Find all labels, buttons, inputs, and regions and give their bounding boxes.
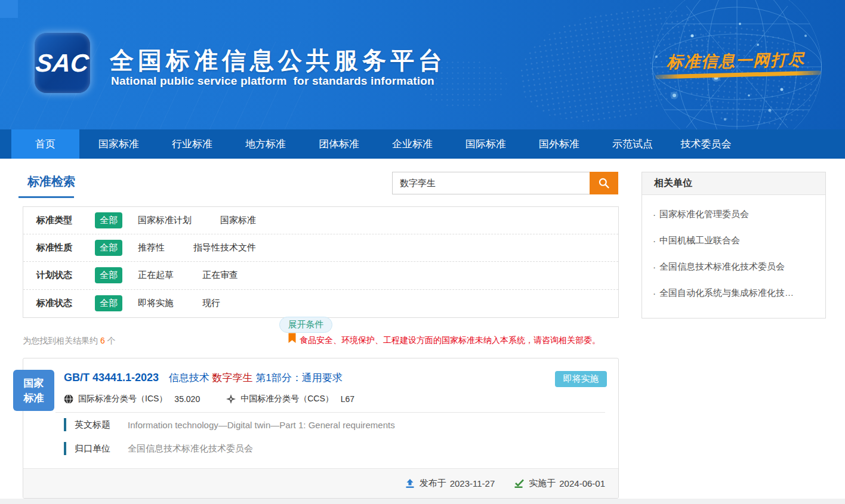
result-count-prefix: 为您找到相关结果约 [23,336,98,345]
english-title-label: 英文标题 [75,419,119,431]
filter-all-button[interactable]: 全部 [95,295,122,311]
bookmark-icon [288,333,296,344]
result-count: 为您找到相关结果约6个 [23,336,116,347]
filter-label: 标准性质 [36,242,95,253]
row-accent-bar [64,442,66,455]
nav-item-foreign-standards[interactable]: 国外标准 [525,129,593,159]
published-date-group: 发布于 2023-11-27 [405,478,495,489]
nav-item-label: 国际标准 [465,137,506,151]
publish-icon [405,479,415,488]
implement-icon [514,479,524,488]
competent-unit-label: 归口单位 [75,443,119,454]
standard-title-highlight: 数字孪生 [212,372,253,384]
related-organizations-panel: 相关单位 国家标准化管理委员会 中国机械工业联合会 全国信息技术标准化技术委员会… [642,172,826,319]
nav-item-local-standards[interactable]: 地方标准 [232,129,300,159]
filter-all-button[interactable]: 全部 [95,212,122,228]
related-org-item[interactable]: 中国机械工业联合会 [653,227,825,253]
status-badge: 即将实施 [555,371,607,387]
filter-option[interactable]: 国家标准 [220,215,256,226]
filter-option[interactable]: 指导性技术文件 [193,242,256,253]
search-icon [598,177,610,189]
nav-item-label: 企业标准 [392,137,433,151]
filter-label: 标准类型 [36,215,95,226]
card-footer: 发布于 2023-11-27 实施于 2024-06-01 [23,468,618,498]
main-navigation: 首页 国家标准 行业标准 地方标准 团体标准 企业标准 国际标准 国外标准 示范… [0,129,845,159]
standard-title-link[interactable]: GB/T 43441.1-2023 信息技术 数字孪生 第1部分：通用要求 [64,371,343,385]
published-date: 2023-11-27 [450,478,495,488]
nav-item-pilot-demo[interactable]: 示范试点 [599,129,667,159]
filter-label: 标准状态 [36,298,95,309]
ccs-value: L67 [341,394,354,404]
english-title-row: 英文标题 Information technology—Digital twin… [64,418,395,431]
tab-standard-search[interactable]: 标准检索 [27,174,75,190]
english-title-value: Information technology—Digital twin—Part… [128,420,395,430]
published-label: 发布于 [420,478,446,489]
nav-item-label: 地方标准 [245,137,286,151]
ics-value: 35.020 [174,394,200,404]
ccs-label: 中国标准分类号（CCS） [240,394,334,404]
result-count-number: 6 [100,336,105,345]
nav-item-national-standards[interactable]: 国家标准 [85,129,153,159]
system-notice: 食品安全、环境保护、工程建设方面的国家标准未纳入本系统，请咨询相关部委。 [288,333,600,346]
nav-item-technical-committee[interactable]: 技术委员会 [672,129,740,159]
nav-item-home[interactable]: 首页 [11,129,79,159]
corner-decoration [0,0,18,18]
header-banner: SAC 全国标准信息公共服务平台 National public service… [0,0,845,129]
badge-line: 国家 [24,376,44,391]
competent-unit-value: 全国信息技术标准化技术委员会 [128,443,253,454]
tab-active-underline [18,196,74,198]
page-bottom-strip [0,499,845,504]
badge-line: 标准 [24,391,44,406]
filter-option[interactable]: 现行 [202,298,220,309]
compass-icon [226,394,236,404]
related-organizations-title: 相关单位 [642,172,825,195]
implemented-label: 实施于 [529,478,556,489]
filter-all-button[interactable]: 全部 [95,240,122,256]
filter-option[interactable]: 国家标准计划 [138,215,192,226]
filter-row-standard-status: 标准状态 全部 即将实施 现行 [23,290,618,317]
nav-item-enterprise-standards[interactable]: 企业标准 [378,129,446,159]
standard-code: GB/T 43441.1-2023 [64,372,159,384]
filter-label: 计划状态 [36,270,95,281]
related-org-item[interactable]: 全国自动化系统与集成标准化技… [653,280,825,306]
filter-row-standard-nature: 标准性质 全部 推荐性 指导性技术文件 [23,234,618,262]
globe-icon [64,394,73,404]
implemented-date-group: 实施于 2024-06-01 [514,478,605,489]
expand-conditions-button[interactable]: 展开条件 [279,317,332,333]
nav-item-industry-standards[interactable]: 行业标准 [158,129,226,159]
standard-result-card: 国家 标准 GB/T 43441.1-2023 信息技术 数字孪生 第1部分：通… [23,358,619,499]
slogan-banner: 标准信息一网打尽 [652,49,820,73]
nav-item-group-standards[interactable]: 团体标准 [305,129,373,159]
filter-panel: 标准类型 全部 国家标准计划 国家标准 标准性质 全部 推荐性 指导性技术文件 … [23,206,619,318]
filter-option[interactable]: 推荐性 [138,242,165,253]
search-button[interactable] [590,172,618,194]
sac-logo-text: SAC [35,49,91,78]
card-divider [55,412,605,413]
nav-item-label: 行业标准 [172,137,212,151]
filter-option[interactable]: 正在审查 [202,270,238,281]
nav-item-label: 国外标准 [539,137,579,151]
nav-item-label: 首页 [35,137,55,151]
implemented-date: 2024-06-01 [559,478,605,488]
standard-title-part: 第1部分：通用要求 [255,372,342,384]
related-org-item[interactable]: 全国信息技术标准化技术委员会 [653,253,825,280]
national-standard-badge: 国家 标准 [13,370,54,411]
filter-all-button[interactable]: 全部 [95,267,122,283]
nav-item-label: 示范试点 [612,137,653,151]
search-input[interactable] [392,172,590,194]
standard-title-part: 信息技术 [169,372,209,384]
nav-item-international-standards[interactable]: 国际标准 [452,129,520,159]
sac-logo[interactable]: SAC [35,33,90,93]
site-title: 全国标准信息公共服务平台 [110,44,446,77]
filter-row-plan-status: 计划状态 全部 正在起草 正在审查 [23,262,618,289]
nav-item-label: 国家标准 [98,137,139,151]
related-org-item[interactable]: 国家标准化管理委员会 [653,201,825,227]
competent-unit-row: 归口单位 全国信息技术标准化技术委员会 [64,442,253,455]
site-subtitle: National public service platform for sta… [111,75,434,88]
notice-text: 食品安全、环境保护、工程建设方面的国家标准未纳入本系统，请咨询相关部委。 [300,335,600,346]
filter-option[interactable]: 即将实施 [138,298,174,309]
filter-option[interactable]: 正在起草 [138,270,174,281]
nav-item-label: 团体标准 [319,137,359,151]
ics-label: 国际标准分类号（ICS） [78,394,167,404]
classification-row: 国际标准分类号（ICS） 35.020 中国标准分类号（CCS） L67 [64,394,354,404]
